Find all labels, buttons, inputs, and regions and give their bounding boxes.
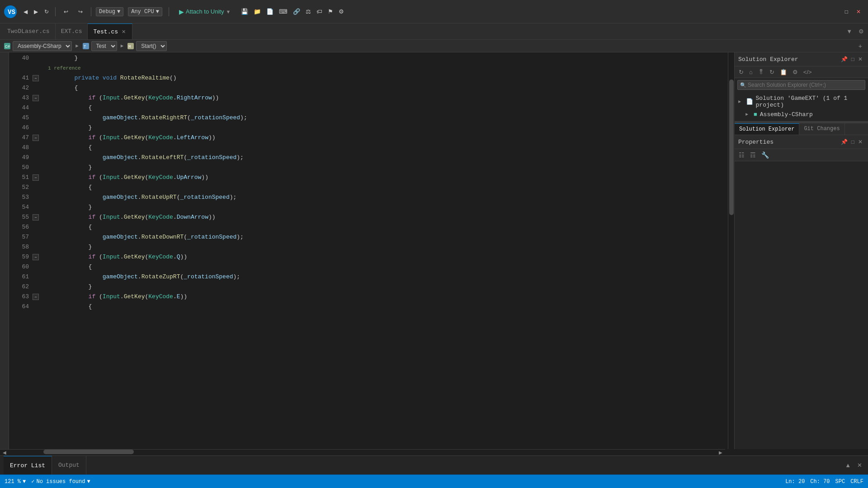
- se-close-button[interactable]: ✕: [856, 55, 864, 63]
- toolbar-btn-2[interactable]: 🔗: [291, 7, 302, 16]
- h-scroll-left-button[interactable]: ◀: [2, 450, 7, 455]
- fold-40: [33, 53, 40, 63]
- code-content[interactable]: } 1 reference private void RotateRealtim…: [46, 52, 728, 449]
- se-code-button[interactable]: </>: [801, 68, 814, 76]
- bottom-panel-close-button[interactable]: ✕: [855, 461, 864, 469]
- se-home-button[interactable]: ⌂: [747, 68, 755, 76]
- save-button[interactable]: 💾: [239, 7, 250, 16]
- fold-59-button[interactable]: −: [33, 254, 39, 260]
- code-51-cls1: Input: [103, 173, 120, 183]
- ln-50: 50: [9, 163, 29, 173]
- fold-51-button[interactable]: −: [33, 174, 39, 181]
- code-47-p5: )): [208, 133, 216, 143]
- props-list-button[interactable]: ☷: [736, 150, 747, 160]
- horizontal-scrollbar[interactable]: ◀ ▶: [0, 449, 725, 455]
- se-filter-button[interactable]: 🎖: [756, 68, 766, 76]
- code-line-43: if (Input.GetKey(KeyCode.RightArrow)): [46, 93, 728, 103]
- fold-63-button[interactable]: −: [33, 294, 39, 300]
- toolbar-btn-4[interactable]: 🏷: [314, 7, 325, 16]
- bottom-tab-error-list[interactable]: Error List: [4, 456, 52, 474]
- attach-to-unity-button[interactable]: ▶ Attach to Unity ▼: [175, 7, 234, 16]
- props-expand-button[interactable]: □: [849, 138, 856, 146]
- se-search-input[interactable]: [737, 80, 865, 90]
- se-item-solution[interactable]: ► 📄 Solution 'GameEXT' (1 of 1 project): [735, 94, 868, 110]
- se-expand-button[interactable]: □: [849, 55, 856, 63]
- h-scroll-right-button[interactable]: ▶: [718, 450, 723, 455]
- fold-55-button[interactable]: −: [33, 214, 39, 221]
- fold-41-button[interactable]: −: [33, 75, 39, 81]
- status-issues[interactable]: ✓ No issues found ▼: [31, 478, 90, 485]
- status-encoding[interactable]: SPC: [835, 479, 845, 485]
- tab-test-close-button[interactable]: ✕: [121, 29, 127, 35]
- code-line-46: }: [46, 123, 728, 133]
- se-copy-button[interactable]: 📋: [778, 68, 789, 76]
- tab-test[interactable]: Test.cs ✕: [88, 23, 132, 39]
- status-zoom-value: 121 %: [5, 479, 21, 485]
- status-position: Ln: 20 Ch: 70: [785, 479, 830, 485]
- nav-forward-button[interactable]: ▶: [32, 8, 40, 16]
- toolbar-btn-6[interactable]: ⚙: [336, 7, 346, 16]
- code-47-cls2: KeyCode: [148, 133, 173, 143]
- assembly-select[interactable]: Assembly-CSharp: [13, 41, 72, 51]
- h-scroll-thumb[interactable]: [43, 450, 134, 454]
- open-file-button[interactable]: 📁: [251, 7, 263, 16]
- tab-dropdown-button[interactable]: ▼: [844, 27, 854, 36]
- undo-button[interactable]: ↩: [60, 8, 72, 16]
- code-45-obj: gameObject: [46, 113, 138, 123]
- props-wrench-button[interactable]: 🔧: [759, 150, 771, 160]
- se-item-assembly[interactable]: ► ■ Assembly-CSharp: [735, 110, 868, 119]
- toolbar-btn-5[interactable]: ⚑: [326, 7, 335, 16]
- se-settings-button[interactable]: ⚙: [790, 68, 800, 76]
- props-sort-button[interactable]: ☶: [748, 150, 758, 160]
- new-file-button[interactable]: 📄: [264, 7, 276, 16]
- fold-53: [33, 192, 40, 202]
- cpu-selector[interactable]: Any CPU ▼: [128, 7, 162, 16]
- props-pin-button[interactable]: 📌: [839, 138, 849, 146]
- nav-refresh-button[interactable]: ↻: [42, 8, 51, 16]
- tab-settings-button[interactable]: ⚙: [856, 27, 866, 36]
- tab-ext[interactable]: EXT.cs: [56, 23, 88, 39]
- fold-47-button[interactable]: −: [33, 135, 39, 141]
- ln-41: 41: [9, 73, 29, 83]
- method-select[interactable]: Start(): [136, 41, 167, 51]
- debug-config-selector[interactable]: Debug ▼: [96, 7, 123, 16]
- class-select[interactable]: Test: [91, 41, 117, 51]
- se-tab-solution-explorer[interactable]: Solution Explorer: [735, 123, 799, 135]
- redo-button[interactable]: ↪: [75, 8, 86, 16]
- add-file-button[interactable]: +: [856, 42, 864, 51]
- props-close-button[interactable]: ✕: [856, 138, 864, 146]
- code-line-62: }: [46, 282, 728, 292]
- code-55-p4: .: [173, 212, 177, 222]
- se-refresh-button[interactable]: ↻: [767, 68, 777, 76]
- ln-40: 40: [9, 53, 29, 63]
- toolbar-btn-3[interactable]: ⚖: [303, 7, 313, 16]
- se-tab-git-changes[interactable]: Git Changes: [799, 123, 844, 135]
- ln-59: 59: [9, 252, 29, 262]
- h-scroll-track[interactable]: [7, 450, 718, 456]
- code-53-obj: gameObject: [46, 192, 138, 202]
- ln-58: 58: [9, 242, 29, 252]
- nav-back-button[interactable]: ◀: [22, 8, 29, 16]
- se-pin-button[interactable]: 📌: [839, 55, 849, 63]
- code-53-fn: RotateUpRT: [142, 192, 177, 202]
- bottom-tab-output[interactable]: Output: [52, 456, 86, 474]
- fold-43-button[interactable]: −: [33, 95, 39, 101]
- bottom-panel-expand-button[interactable]: ▲: [843, 461, 853, 469]
- code-55-p3: (: [145, 212, 148, 222]
- se-bottom-tabs: Solution Explorer Git Changes: [735, 123, 868, 135]
- separator-2: [91, 7, 91, 16]
- left-sidebar: [0, 52, 9, 449]
- status-zoom-dropdown-icon: ▼: [23, 479, 26, 485]
- maximize-window-button[interactable]: □: [841, 8, 852, 16]
- bottom-tab-error-label: Error List: [10, 462, 45, 469]
- se-sync-button[interactable]: ↻: [736, 68, 746, 76]
- vertical-scrollbar[interactable]: [728, 52, 734, 449]
- close-window-button[interactable]: ✕: [853, 8, 864, 16]
- scrollbar-thumb[interactable]: [729, 80, 734, 215]
- tab-twodlaser[interactable]: TwoDLaser.cs: [2, 23, 56, 39]
- fold-59: −: [33, 252, 40, 262]
- toolbar-btn-1[interactable]: ⌨: [277, 7, 290, 16]
- status-zoom[interactable]: 121 % ▼: [5, 479, 26, 485]
- status-line-ending[interactable]: CRLF: [850, 479, 863, 485]
- path-arrow-1: ►: [74, 43, 80, 49]
